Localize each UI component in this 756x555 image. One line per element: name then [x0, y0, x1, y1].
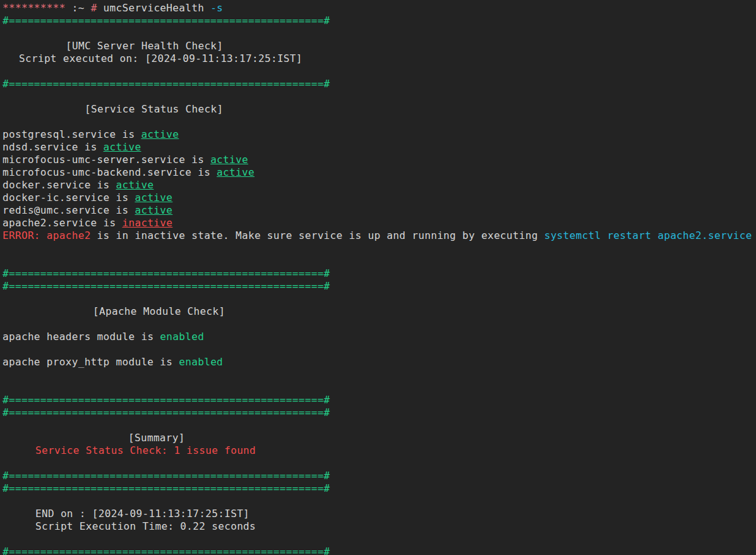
service-name: ndsd.service [3, 141, 78, 153]
script-executed-line: Script executed on: [2024-09-11:13:17:25… [3, 52, 756, 65]
module-name: apache headers module [3, 331, 135, 343]
separator-line: #=======================================… [3, 394, 756, 406]
service-status: active [135, 204, 172, 216]
service-name: redis@umc.service [3, 204, 110, 216]
service-status: active [217, 166, 255, 178]
command-text: umcServiceHealth [97, 2, 211, 14]
blank-line [3, 90, 756, 103]
is-connector: is [135, 331, 160, 343]
host-mask: ********** [3, 2, 66, 14]
is-connector: is [78, 141, 104, 153]
separator-line: #=======================================… [3, 470, 756, 482]
shell-prompt-line: ********** :~ # umcServiceHealth -s [3, 2, 756, 15]
execution-time-line: Script Execution Time: 0.22 seconds [3, 520, 756, 533]
is-connector: is [191, 166, 217, 178]
service-name: postgresql.service [3, 128, 116, 140]
summary-title: [Summary] [3, 432, 756, 444]
blank-line [3, 27, 756, 40]
service-status-line: microfocus-umc-backend.service is active [3, 166, 756, 179]
separator-line: #=======================================… [3, 482, 756, 495]
service-status: active [135, 192, 172, 204]
apache-module-line: apache proxy_http module is enabled [3, 356, 756, 369]
prompt-symbol: # [91, 2, 97, 14]
blank-line [3, 457, 756, 470]
blank-line [3, 318, 756, 331]
separator-line: #=======================================… [3, 15, 756, 27]
blank-line [3, 533, 756, 546]
blank-line [3, 255, 756, 267]
separator-line: #=======================================… [3, 546, 756, 555]
service-name: apache2.service [3, 217, 97, 229]
blank-line [3, 369, 756, 381]
service-status: inactive [123, 217, 173, 229]
service-status: active [104, 141, 141, 153]
is-connector: is [110, 204, 135, 216]
module-status: enabled [160, 331, 204, 343]
summary-result-line: Service Status Check: 1 issue found [3, 444, 756, 457]
service-status-line: microfocus-umc-server.service is active [3, 154, 756, 166]
service-name: docker-ic.service [3, 192, 110, 204]
separator-line: #=======================================… [3, 78, 756, 90]
module-name: apache proxy_http module [3, 356, 153, 368]
apache-module-line: apache headers module is enabled [3, 331, 756, 343]
service-status-title: [Service Status Check] [3, 103, 756, 116]
executed-timestamp: [2024-09-11:13:17:25:IST] [145, 52, 302, 64]
service-status-line: redis@umc.service is active [3, 204, 756, 217]
blank-line [3, 242, 756, 255]
blank-line [3, 293, 756, 305]
error-prefix: ERROR: apache2 [3, 229, 91, 241]
blank-line [3, 65, 756, 78]
cwd: :~ [66, 2, 91, 14]
is-connector: is [153, 356, 179, 368]
module-status: enabled [179, 356, 223, 368]
is-connector: is [116, 128, 141, 140]
is-connector: is [97, 217, 123, 229]
is-connector: is [185, 154, 210, 166]
service-name: docker.service [3, 179, 91, 191]
service-name: microfocus-umc-backend.service [3, 166, 191, 178]
service-status-line: apache2.service is inactive [3, 217, 756, 229]
separator-line: #=======================================… [3, 280, 756, 293]
service-status: active [141, 128, 179, 140]
error-line: ERROR: apache2 is in inactive state. Mak… [3, 229, 756, 242]
is-connector: is [110, 192, 135, 204]
service-status-line: docker.service is active [3, 179, 756, 192]
blank-line [3, 381, 756, 394]
service-status: active [210, 154, 248, 166]
command-flag: -s [210, 2, 223, 14]
blank-line [3, 495, 756, 508]
service-status-line: docker-ic.service is active [3, 192, 756, 204]
health-check-title: [UMC Server Health Check] [3, 40, 756, 52]
service-name: microfocus-umc-server.service [3, 154, 185, 166]
end-timestamp-line: END on : [2024-09-11:13:17:25:IST] [3, 508, 756, 520]
blank-line [3, 343, 756, 356]
error-message: is in inactive state. Make sure service … [91, 229, 544, 241]
is-connector: is [91, 179, 116, 191]
apache-module-title: [Apache Module Check] [3, 305, 756, 318]
service-status: active [116, 179, 154, 191]
blank-line [3, 419, 756, 432]
executed-prefix: Script executed on: [19, 52, 145, 64]
blank-line [3, 116, 756, 128]
suggested-command: systemctl restart apache2.service [544, 229, 752, 241]
separator-line: #=======================================… [3, 406, 756, 419]
service-status-line: postgresql.service is active [3, 128, 756, 141]
separator-line: #=======================================… [3, 267, 756, 280]
terminal-window: ********** :~ # umcServiceHealth -s #===… [0, 0, 756, 555]
service-status-line: ndsd.service is active [3, 141, 756, 154]
